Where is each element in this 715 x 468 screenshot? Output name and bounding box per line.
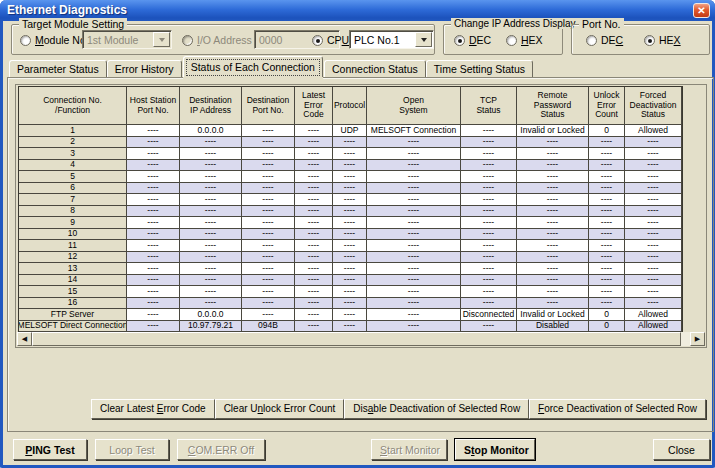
- table-cell[interactable]: ----: [517, 263, 589, 275]
- table-row[interactable]: 4---------------------------------------…: [19, 160, 682, 172]
- table-cell[interactable]: ----: [517, 252, 589, 264]
- table-cell[interactable]: ----: [461, 206, 517, 218]
- scrollbar-track[interactable]: [32, 332, 690, 346]
- table-cell[interactable]: ----: [295, 160, 333, 172]
- table-cell[interactable]: ----: [242, 206, 295, 218]
- table-cell[interactable]: ----: [367, 194, 461, 206]
- table-cell[interactable]: ----: [367, 137, 461, 149]
- table-cell[interactable]: ----: [589, 171, 625, 183]
- table-cell[interactable]: ----: [461, 263, 517, 275]
- row-header-cell[interactable]: 9: [19, 217, 127, 229]
- table-cell[interactable]: ----: [517, 160, 589, 172]
- table-cell[interactable]: ----: [625, 148, 682, 160]
- horizontal-scrollbar[interactable]: ◀ ▶: [17, 332, 705, 346]
- table-cell[interactable]: ----: [333, 160, 367, 172]
- table-cell[interactable]: ----: [625, 275, 682, 287]
- row-header-cell[interactable]: MELSOFT Direct Connection: [19, 321, 127, 333]
- table-cell[interactable]: ----: [127, 171, 180, 183]
- table-cell[interactable]: ----: [180, 217, 242, 229]
- scroll-right-button[interactable]: ▶: [690, 332, 705, 346]
- table-cell[interactable]: ----: [242, 125, 295, 137]
- table-cell[interactable]: ----: [295, 183, 333, 195]
- table-cell[interactable]: ----: [367, 298, 461, 310]
- table-cell[interactable]: ----: [517, 240, 589, 252]
- table-row[interactable]: 7---------------------------------------…: [19, 194, 682, 206]
- table-cell[interactable]: ----: [517, 275, 589, 287]
- table-cell[interactable]: 0: [589, 309, 625, 321]
- table-cell[interactable]: ----: [367, 160, 461, 172]
- table-cell[interactable]: ----: [461, 137, 517, 149]
- table-cell[interactable]: ----: [295, 321, 333, 333]
- table-cell[interactable]: ----: [589, 229, 625, 241]
- stop-monitor-button[interactable]: Stop Monitor: [455, 439, 535, 460]
- table-cell[interactable]: ----: [295, 286, 333, 298]
- loop-test-button[interactable]: Loop Test: [95, 439, 169, 460]
- table-cell[interactable]: ----: [333, 309, 367, 321]
- table-cell[interactable]: ----: [242, 229, 295, 241]
- table-cell[interactable]: ----: [295, 148, 333, 160]
- row-header-cell[interactable]: 1: [19, 125, 127, 137]
- io-address-radio[interactable]: I/O Address: [182, 34, 252, 46]
- table-cell[interactable]: ----: [461, 286, 517, 298]
- row-header-cell[interactable]: 4: [19, 160, 127, 172]
- table-row[interactable]: 12--------------------------------------…: [19, 252, 682, 264]
- table-cell[interactable]: ----: [333, 321, 367, 333]
- table-cell[interactable]: ----: [127, 321, 180, 333]
- table-cell[interactable]: ----: [517, 229, 589, 241]
- table-row[interactable]: 2---------------------------------------…: [19, 137, 682, 149]
- table-cell[interactable]: ----: [517, 298, 589, 310]
- table-cell[interactable]: ----: [127, 194, 180, 206]
- table-cell[interactable]: ----: [625, 298, 682, 310]
- force-deactivation-of-selected-row-button[interactable]: Force Deactivation of Selected Row: [529, 399, 706, 419]
- table-cell[interactable]: ----: [333, 286, 367, 298]
- row-header-cell[interactable]: 10: [19, 229, 127, 241]
- row-header-cell[interactable]: 16: [19, 298, 127, 310]
- table-cell[interactable]: ----: [517, 286, 589, 298]
- table-cell[interactable]: ----: [127, 240, 180, 252]
- table-cell[interactable]: ----: [367, 148, 461, 160]
- table-cell[interactable]: ----: [461, 275, 517, 287]
- table-cell[interactable]: ----: [461, 240, 517, 252]
- table-cell[interactable]: ----: [333, 263, 367, 275]
- table-cell[interactable]: ----: [180, 206, 242, 218]
- table-cell[interactable]: 0.0.0.0: [180, 309, 242, 321]
- module-select[interactable]: 1st Module: [82, 30, 172, 49]
- table-cell[interactable]: ----: [127, 286, 180, 298]
- tab-error-history[interactable]: Error History: [107, 60, 182, 77]
- table-cell[interactable]: ----: [180, 148, 242, 160]
- tab-time-setting-status[interactable]: Time Setting Status: [426, 60, 533, 77]
- row-header-cell[interactable]: 11: [19, 240, 127, 252]
- table-row[interactable]: FTP Server----0.0.0.0----------------Dis…: [19, 309, 682, 321]
- table-cell[interactable]: Allowed: [625, 309, 682, 321]
- table-cell[interactable]: ----: [242, 160, 295, 172]
- table-cell[interactable]: ----: [589, 194, 625, 206]
- table-row[interactable]: 8---------------------------------------…: [19, 206, 682, 218]
- table-cell[interactable]: ----: [127, 263, 180, 275]
- table-cell[interactable]: ----: [333, 217, 367, 229]
- ping-test-button[interactable]: PING Test: [13, 439, 87, 460]
- table-cell[interactable]: ----: [242, 298, 295, 310]
- table-cell[interactable]: ----: [461, 125, 517, 137]
- table-cell[interactable]: ----: [625, 206, 682, 218]
- table-cell[interactable]: ----: [295, 194, 333, 206]
- table-cell[interactable]: ----: [589, 275, 625, 287]
- table-cell[interactable]: ----: [242, 286, 295, 298]
- table-row[interactable]: 3---------------------------------------…: [19, 148, 682, 160]
- table-cell[interactable]: ----: [333, 183, 367, 195]
- table-cell[interactable]: ----: [127, 298, 180, 310]
- table-row[interactable]: 16--------------------------------------…: [19, 298, 682, 310]
- table-cell[interactable]: ----: [517, 206, 589, 218]
- disable-deactivation-of-selected-row-button[interactable]: Disable Deactivation of Selected Row: [344, 399, 529, 419]
- row-header-cell[interactable]: 15: [19, 286, 127, 298]
- table-row[interactable]: 11--------------------------------------…: [19, 240, 682, 252]
- port-dec-radio[interactable]: DEC: [586, 34, 623, 46]
- ip-dec-radio[interactable]: DEC: [454, 34, 491, 46]
- ip-hex-radio[interactable]: HEX: [506, 34, 543, 46]
- scrollbar-thumb[interactable]: [32, 332, 681, 346]
- scroll-left-button[interactable]: ◀: [17, 332, 32, 346]
- table-cell[interactable]: ----: [180, 160, 242, 172]
- table-cell[interactable]: ----: [589, 217, 625, 229]
- table-cell[interactable]: ----: [625, 286, 682, 298]
- tab-parameter-status[interactable]: Parameter Status: [9, 60, 107, 77]
- row-header-cell[interactable]: 5: [19, 171, 127, 183]
